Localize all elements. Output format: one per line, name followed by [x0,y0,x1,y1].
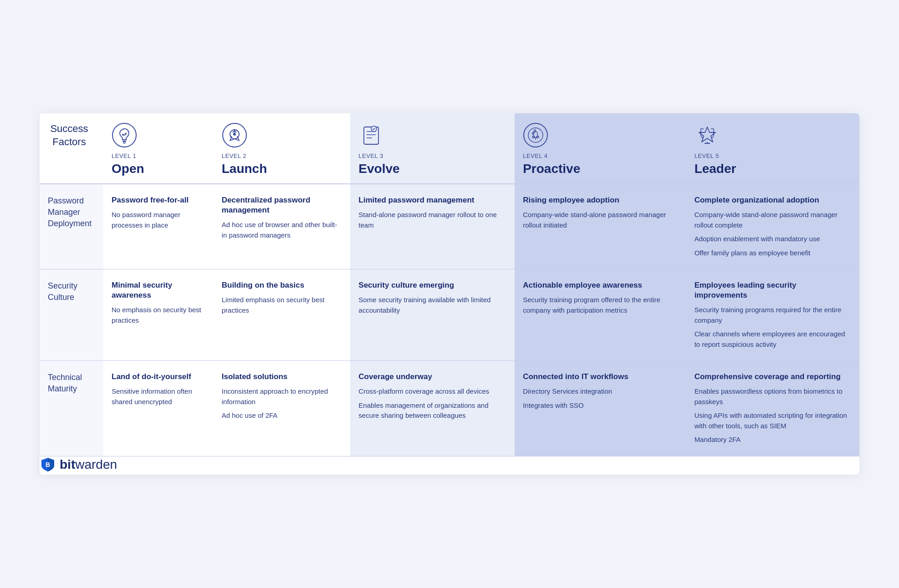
cell-bullet: Company-wide stand-alone password manage… [695,210,851,230]
cell-body: Some security training available with li… [358,295,506,315]
header-row: Success Factors [40,113,859,184]
cell-body: No password manager processes in place [112,210,205,230]
cell-bullet: Ad hoc use of 2FA [222,411,342,421]
cell-bullet: Some security training available with li… [358,295,506,315]
main-container: Success Factors [40,113,859,475]
maturity-table: Success Factors [40,113,859,475]
cell-r1-c1: Building on the basicsLimited emphasis o… [214,269,351,361]
cell-body: Directory Services integrationIntegrates… [523,386,678,411]
cell-title: Password free-for-all [112,195,205,205]
cell-r0-c1: Decentralized password managementAd hoc … [214,184,351,269]
cell-title: Isolated solutions [222,372,342,382]
cell-bullet: No password manager processes in place [112,210,205,230]
level3-header-content: LEVEL 3 Evolve [358,122,506,176]
factor-cell-0: Password Manager Deployment [40,184,103,269]
cell-r1-c0: Minimal security awarenessNo emphasis on… [103,269,214,361]
cell-bullet: Clear channels where employees are encou… [695,329,851,350]
table-row: Password Manager DeploymentPassword free… [40,184,859,269]
bitwarden-logo: B bitwarden [40,456,117,473]
cell-body: Company-wide stand-alone password manage… [695,210,851,258]
cell-bullet: Using APIs with automated scripting for … [695,411,851,431]
level2-name: Launch [222,162,267,176]
cell-body: No emphasis on security best practices [112,305,205,325]
level5-icon [695,122,720,148]
svg-point-21 [532,136,534,138]
cell-bullet: Limited emphasis on security best practi… [222,295,342,315]
svg-point-22 [537,136,539,138]
level3-header: LEVEL 3 Evolve [350,113,515,184]
cell-body: Enables passwordless options from biomet… [695,386,851,445]
level1-header: LEVEL 1 Open [103,113,214,184]
cell-title: Coverage underway [358,372,506,382]
cell-bullet: Stand-alone password manager rollout to … [358,210,506,230]
cell-bullet: Enables management of organizations and … [358,400,506,421]
level3-icon [358,122,384,148]
cell-bullet: Company-wide stand-alone password manage… [523,210,678,230]
level1-header-content: LEVEL 1 Open [112,122,205,176]
success-factors-label: Success Factors [48,122,95,148]
level5-header: LEVEL 5 Leader [686,113,859,184]
cell-r0-c3: Rising employee adoptionCompany-wide sta… [515,184,686,269]
cell-r2-c4: Comprehensive coverage and reportingEnab… [686,361,859,456]
cell-r0-c0: Password free-for-allNo password manager… [103,184,214,269]
level1-name: Open [112,162,144,176]
cell-bullet: Enables passwordless options from biomet… [695,386,851,407]
level2-label: LEVEL 2 [222,152,246,159]
cell-title: Rising employee adoption [523,195,678,205]
cell-title: Employees leading security improvements [695,280,851,300]
level5-header-content: LEVEL 5 Leader [695,122,851,176]
factor-header-cell: Success Factors [40,113,103,184]
cell-r0-c4: Complete organizational adoptionCompany-… [686,184,859,269]
level4-icon [523,122,548,148]
cell-bullet: Integrates with SSO [523,400,678,411]
svg-text:B: B [46,461,50,468]
cell-title: Decentralized password management [222,195,342,215]
level5-name: Leader [695,162,736,176]
cell-body: Ad hoc use of browser and other built-in… [222,220,342,240]
cell-bullet: No emphasis on security best practices [112,305,205,325]
level5-label: LEVEL 5 [695,152,719,159]
cell-bullet: Mandatory 2FA [695,435,851,445]
cell-bullet: Directory Services integration [523,386,678,397]
factor-cell-2: Technical Maturity [40,361,103,456]
cell-r1-c2: Security culture emergingSome security t… [350,269,515,361]
table-row: Technical MaturityLand of do-it-yourself… [40,361,859,456]
cell-bullet: Ad hoc use of browser and other built-in… [222,220,342,240]
table-row: Security CultureMinimal security awarene… [40,269,859,361]
svg-point-9 [233,133,236,136]
cell-r2-c0: Land of do-it-yourselfSensitive informat… [103,361,214,456]
level1-label: LEVEL 1 [112,152,136,159]
svg-point-5 [123,142,125,143]
cell-body: Company-wide stand-alone password manage… [523,210,678,230]
cell-body: Cross-platform coverage across all devic… [358,386,506,421]
level4-header: LEVEL 4 Proactive [515,113,686,184]
cell-bullet: Cross-platform coverage across all devic… [358,386,506,397]
level2-icon [222,122,247,148]
cell-title: Connected into IT workflows [523,372,678,382]
level4-label: LEVEL 4 [523,152,547,159]
bitwarden-shield-icon: B [40,456,56,473]
cell-title: Comprehensive coverage and reporting [695,372,851,382]
cell-bullet: Adoption enablement with mandatory use [695,234,851,244]
cell-title: Land of do-it-yourself [112,372,205,382]
footer-cell: B bitwarden [40,456,859,475]
cell-body: Security training program offered to the… [523,295,678,315]
cell-r2-c2: Coverage underwayCross-platform coverage… [350,361,515,456]
cell-bullet: Offer family plans as employee benefit [695,248,851,259]
level2-header: LEVEL 2 Launch [214,113,351,184]
level3-name: Evolve [358,162,399,176]
cell-r1-c4: Employees leading security improvementsS… [686,269,859,361]
cell-title: Minimal security awareness [112,280,205,300]
cell-body: Sensitive information often shared unenc… [112,386,205,407]
cell-bullet: Sensitive information often shared unenc… [112,386,205,407]
cell-r1-c3: Actionable employee awarenessSecurity tr… [515,269,686,361]
cell-body: Inconsistent approach to encrypted infor… [222,386,342,421]
cell-body: Security training programs required for … [695,305,851,350]
cell-r2-c1: Isolated solutionsInconsistent approach … [214,361,351,456]
cell-body: Limited emphasis on security best practi… [222,295,342,315]
cell-bullet: Security training program offered to the… [523,295,678,315]
cell-body: Stand-alone password manager rollout to … [358,210,506,230]
level2-header-content: LEVEL 2 Launch [222,122,342,176]
svg-point-15 [524,123,547,147]
table-wrapper: Success Factors [40,113,859,475]
